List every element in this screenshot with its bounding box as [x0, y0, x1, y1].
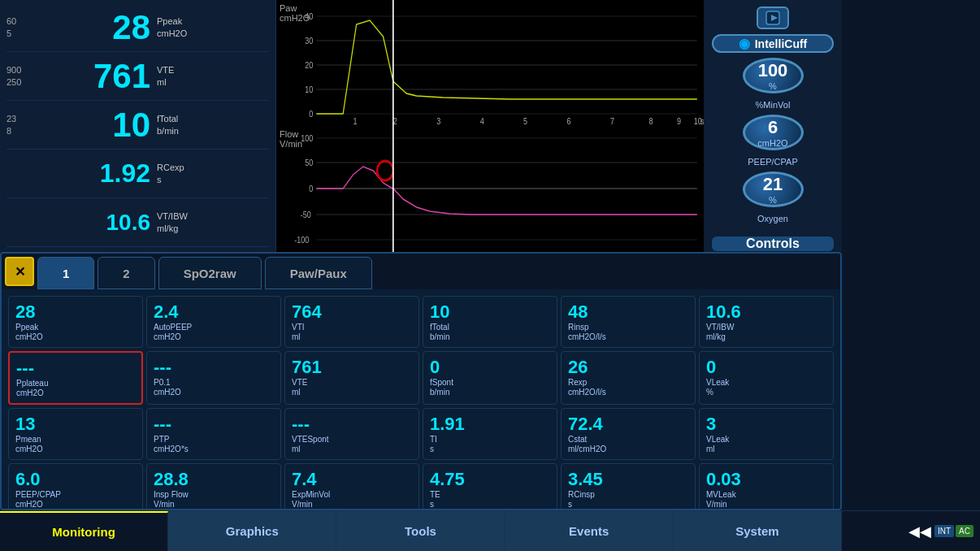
data-cell-2: 764VTI ml	[284, 296, 419, 348]
data-grid: 28Ppeak cmH2O2.4AutoPEEP cmH2O764VTI ml1…	[2, 289, 840, 510]
vital-ppeak: 60 5 28 Ppeak cmH2O	[7, 3, 269, 52]
back-icon[interactable]: ◀◀	[908, 523, 931, 540]
flow-svg: 100 50 0 -50 -100	[276, 126, 704, 252]
data-cell-12: 13Pmean cmH2O	[8, 408, 143, 460]
tab-spo2raw[interactable]: SpO2raw	[158, 257, 262, 289]
svg-text:5: 5	[523, 116, 527, 126]
cell-label-6: Pplateau cmH2O	[16, 379, 135, 398]
svg-text:100: 100	[301, 133, 313, 143]
cell-label-22: RCinsp s	[568, 490, 688, 510]
cell-label-1: AutoPEEP cmH2O	[154, 323, 274, 342]
svg-text:-100: -100	[294, 235, 309, 245]
oxygen-value: 21	[763, 174, 783, 195]
vital-rcexp: 1.92 RCexp s	[7, 150, 269, 198]
svg-text:6: 6	[567, 116, 571, 126]
right-panel: ◉ IntelliCuff 100 % %MinVol 6 cmH2O PEEP…	[704, 0, 842, 252]
close-tab-button[interactable]: ✕	[5, 257, 34, 286]
svg-text:4: 4	[480, 116, 484, 126]
chart-area: PawcmH2O 40 30 20 10 0 1 2	[276, 0, 704, 252]
cell-value-16: 72.4	[568, 414, 688, 435]
peep-knob[interactable]: 6 cmH2O	[743, 115, 804, 150]
vtibw-value: 10.6	[43, 210, 157, 236]
tab-2[interactable]: 2	[98, 257, 154, 289]
data-cell-18: 6.0PEEP/CPAP cmH2O	[8, 463, 143, 510]
data-cell-23: 0.03MVLeak V/min	[699, 463, 834, 510]
nav-tools[interactable]: Tools	[336, 511, 505, 551]
cell-value-4: 48	[568, 302, 688, 323]
intellicuff-button[interactable]: ◉ IntelliCuff	[712, 34, 834, 53]
cell-value-15: 1.91	[430, 414, 550, 435]
cell-value-0: 28	[15, 302, 136, 323]
cell-value-10: 26	[568, 357, 688, 378]
nav-events[interactable]: Events	[505, 511, 674, 551]
vtibw-label: VT/IBW ml/kg	[157, 210, 188, 234]
data-cell-20: 7.4ExpMinVol V/min	[284, 463, 419, 510]
cell-label-11: VLeak %	[706, 378, 826, 397]
data-cell-5: 10.6VT/IBW ml/kg	[699, 296, 834, 348]
ppeak-range: 60 5	[7, 15, 43, 39]
cell-label-13: PTP cmH2O*s	[154, 435, 274, 454]
minvol-knob[interactable]: 100 %	[743, 58, 804, 93]
tab-1[interactable]: 1	[37, 257, 94, 289]
rcexp-value: 1.92	[43, 158, 157, 189]
svg-point-32	[377, 161, 393, 180]
oxygen-label: Oxygen	[757, 214, 788, 223]
svg-text:-50: -50	[301, 210, 311, 219]
ppeak-value: 28	[43, 8, 157, 47]
tab-paw-paux[interactable]: Paw/Paux	[265, 257, 372, 289]
vitals-panel: 60 5 28 Ppeak cmH2O 900 250 761 VTE ml	[0, 0, 276, 252]
peep-value: 6	[768, 117, 778, 138]
oxygen-unit: %	[769, 195, 777, 205]
data-cell-21: 4.75TE s	[423, 463, 557, 510]
svg-text:50: 50	[305, 158, 313, 167]
data-cell-8: 761VTE ml	[284, 351, 419, 405]
cell-value-3: 10	[430, 302, 550, 323]
nav-graphics[interactable]: Graphics	[168, 511, 336, 551]
data-cell-4: 48Rinsp cmH2O/l/s	[561, 296, 696, 348]
data-cell-11: 0VLeak %	[699, 351, 834, 405]
cell-label-21: TE s	[430, 490, 550, 510]
minvol-value: 100	[758, 60, 788, 81]
data-cell-13: ---PTP cmH2O*s	[146, 408, 281, 460]
cell-label-23: MVLeak V/min	[706, 490, 826, 510]
rcexp-label: RCexp s	[157, 162, 184, 185]
cell-value-13: ---	[154, 414, 274, 435]
top-icon[interactable]	[757, 7, 789, 29]
cell-value-20: 7.4	[292, 469, 412, 490]
cell-value-9: 0	[430, 357, 550, 378]
cell-value-12: 13	[15, 414, 136, 435]
cell-label-4: Rinsp cmH2O/l/s	[568, 323, 688, 342]
cell-label-2: VTI ml	[292, 323, 412, 342]
cell-value-7: ---	[154, 357, 274, 378]
cell-label-12: Pmean cmH2O	[15, 435, 136, 454]
data-cell-19: 28.8Insp Flow V/min	[146, 463, 281, 510]
cell-value-18: 6.0	[15, 469, 136, 490]
svg-text:0: 0	[309, 184, 313, 193]
controls-button[interactable]: Controls	[712, 236, 834, 251]
svg-text:1: 1	[353, 116, 358, 126]
nav-system[interactable]: System	[674, 511, 842, 551]
data-cell-16: 72.4Cstat ml/cmH2O	[561, 408, 696, 460]
minvol-unit: %	[769, 81, 777, 91]
cell-value-21: 4.75	[430, 469, 550, 490]
nav-right-area: ◀◀ INT AC	[842, 511, 980, 551]
svg-text:0: 0	[309, 109, 313, 119]
tab-bar: ✕ 1 2 SpO2raw Paw/Paux	[2, 254, 840, 289]
nav-monitoring[interactable]: Monitoring	[0, 511, 168, 551]
data-cell-1: 2.4AutoPEEP cmH2O	[146, 296, 281, 348]
minvol-label: %MinVol	[756, 100, 791, 110]
svg-text:10: 10	[305, 85, 313, 94]
cell-value-22: 3.45	[568, 469, 688, 490]
cell-label-15: TI s	[430, 435, 550, 454]
cell-label-7: P0.1 cmH2O	[154, 378, 274, 397]
data-cell-9: 0fSpont b/min	[423, 351, 557, 405]
ppeak-label: Ppeak cmH2O	[157, 15, 187, 39]
svg-text:20: 20	[305, 60, 313, 70]
cell-label-5: VT/IBW ml/kg	[706, 323, 826, 342]
data-cell-14: ---VTESpont ml	[284, 408, 419, 460]
vte-label: VTE ml	[157, 64, 174, 88]
oxygen-knob[interactable]: 21 %	[743, 171, 804, 207]
cell-label-20: ExpMinVol V/min	[292, 490, 412, 510]
cell-label-8: VTE ml	[292, 378, 412, 397]
cell-label-14: VTESpont ml	[292, 435, 412, 454]
